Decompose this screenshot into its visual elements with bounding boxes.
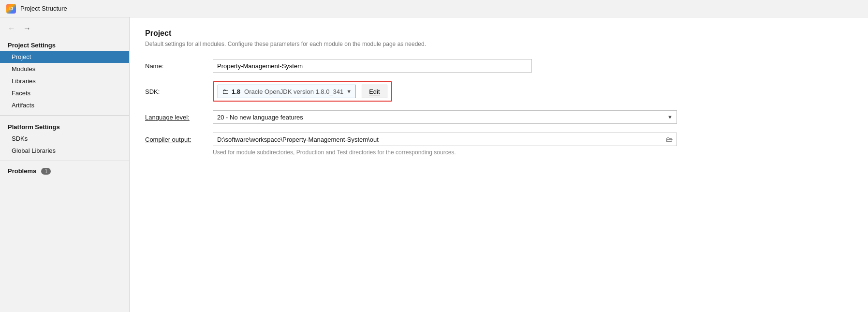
app-icon: IJ — [6, 3, 16, 14]
sidebar-divider-2 — [0, 161, 129, 161]
sidebar-divider-1 — [0, 115, 129, 116]
language-level-row: Language level: 20 - No new language fea… — [145, 110, 853, 124]
nav-arrows: ← → — [0, 21, 129, 38]
sdk-dropdown[interactable]: 🗀 1.8 Oracle OpenJDK version 1.8.0_341 ▼ — [218, 85, 356, 98]
name-label: Name: — [145, 62, 213, 70]
main-layout: ← → Project Settings Project Modules Lib… — [0, 17, 868, 312]
sidebar-item-modules[interactable]: Modules — [0, 63, 129, 75]
sidebar-navigation: ← → Project Settings Project Modules Lib… — [0, 17, 129, 177]
compiler-output-label: Compiler output: — [145, 136, 213, 143]
sidebar-item-libraries[interactable]: Libraries — [0, 75, 129, 87]
edit-sdk-button[interactable]: Edit — [362, 85, 387, 98]
content-title: Project — [145, 29, 853, 38]
language-level-label: Language level: — [145, 114, 213, 121]
name-row: Name: — [145, 59, 853, 73]
title-bar-text: Project Structure — [20, 5, 67, 12]
sdk-row: SDK: 🗀 1.8 Oracle OpenJDK version 1.8.0_… — [145, 81, 853, 102]
sidebar-item-facets[interactable]: Facets — [0, 87, 129, 99]
platform-settings-header: Platform Settings — [0, 119, 129, 133]
sdk-dropdown-arrow-icon: ▼ — [346, 89, 352, 94]
compiler-output-value: D:\software\workspace\Property-Managemen… — [217, 136, 666, 143]
compiler-output-field[interactable]: D:\software\workspace\Property-Managemen… — [213, 133, 677, 146]
compiler-output-row: Compiler output: D:\software\workspace\P… — [145, 133, 853, 146]
project-settings-header: Project Settings — [0, 38, 129, 51]
sidebar-item-project[interactable]: Project — [0, 51, 129, 63]
language-level-dropdown[interactable]: 20 - No new language features ▼ — [213, 110, 677, 124]
sdk-version: 1.8 — [232, 88, 240, 95]
back-button[interactable]: ← — [6, 23, 17, 34]
name-input[interactable] — [213, 59, 532, 73]
problems-label: Problems — [8, 167, 36, 175]
language-level-arrow-icon: ▼ — [667, 114, 673, 120]
sidebar-item-global-libraries[interactable]: Global Libraries — [0, 145, 129, 157]
compiler-hint: Used for module subdirectories, Producti… — [213, 149, 853, 156]
compiler-folder-browse-icon[interactable]: 🗁 — [666, 135, 673, 143]
sdk-text: Oracle OpenJDK version 1.8.0_341 — [244, 88, 343, 95]
title-bar: IJ Project Structure — [0, 0, 868, 17]
sdk-folder-icon: 🗀 — [222, 88, 229, 95]
content-description: Default settings for all modules. Config… — [145, 41, 853, 47]
language-level-value: 20 - No new language features — [217, 114, 667, 121]
intellij-icon: IJ — [6, 4, 16, 14]
problems-row[interactable]: Problems 1 — [0, 165, 129, 177]
sidebar-item-artifacts[interactable]: Artifacts — [0, 99, 129, 111]
content-area: Project Default settings for all modules… — [130, 17, 868, 312]
sdk-label: SDK: — [145, 88, 213, 95]
sidebar-item-sdks[interactable]: SDKs — [0, 133, 129, 145]
sidebar: ← → Project Settings Project Modules Lib… — [0, 17, 130, 312]
problems-badge: 1 — [41, 168, 51, 175]
forward-button[interactable]: → — [21, 23, 33, 34]
